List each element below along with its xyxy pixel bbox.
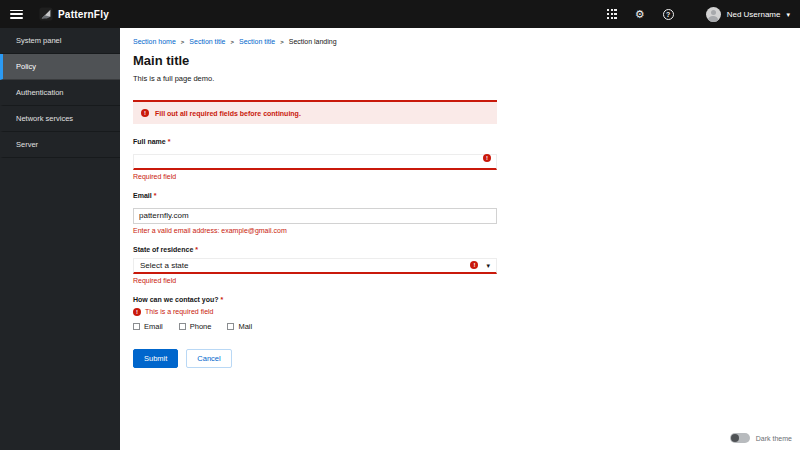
settings-gear-icon[interactable]: ⚙ [635,9,645,20]
checkbox-icon [179,323,186,330]
breadcrumb: Section home > Section title > Section t… [133,38,800,45]
avatar [706,7,721,22]
dark-theme-toggle-wrap: Dark theme [730,433,792,443]
contact-label: How can we contact you?* [133,296,497,303]
checkbox-icon [227,323,234,330]
sidebar-item-authentication[interactable]: Authentication [0,80,120,106]
state-error: Required field [133,277,497,284]
brand-logo[interactable]: PatternFly [39,7,109,21]
contact-options: Email Phone Mail [133,322,497,331]
checkbox-phone[interactable]: Phone [179,322,212,331]
chevron-down-icon: ▾ [786,11,790,18]
exclamation-circle-icon: ! [470,261,478,269]
exclamation-circle-icon: ! [483,154,491,162]
user-name: Ned Username [727,10,781,19]
sidebar-item-policy[interactable]: Policy [0,54,120,80]
alert-text: Fill out all required fields before cont… [155,110,301,117]
email-error: Enter a valid email address: example@gma… [133,227,497,234]
cancel-button[interactable]: Cancel [186,349,231,368]
breadcrumb-current: Section landing [289,38,337,45]
apps-grid-icon[interactable] [607,9,617,19]
state-label: State of residence* [133,246,497,253]
patternfly-arrow-icon [39,7,53,21]
sidebar-item-server[interactable]: Server [0,132,120,158]
full-name-input[interactable] [133,154,497,170]
breadcrumb-link-1[interactable]: Section title [189,38,225,45]
page-subtitle: This is a full page demo. [133,74,800,83]
angle-right-icon: > [181,39,185,45]
email-group: Email* Enter a valid email address: exam… [133,192,497,234]
checkbox-mail[interactable]: Mail [227,322,252,331]
exclamation-circle-icon: ! [141,109,149,117]
required-asterisk: * [221,296,224,303]
breadcrumb-link-2[interactable]: Section title [239,38,275,45]
state-select-value: Select a state [140,261,470,270]
user-menu[interactable]: Ned Username ▾ [692,7,790,22]
dark-theme-toggle[interactable] [730,433,750,443]
page-title: Main title [133,53,800,68]
chevron-down-icon: ▾ [486,262,490,269]
required-asterisk: * [168,138,171,145]
main-content: Section home > Section title > Section t… [120,28,800,450]
contact-group: How can we contact you?* ! This is a req… [133,296,497,331]
full-name-error: Required field [133,173,497,180]
state-select[interactable]: Select a state ! ▾ [133,258,497,274]
sidebar-item-network-services[interactable]: Network services [0,106,120,132]
checkbox-icon [133,323,140,330]
brand-name: PatternFly [58,9,109,20]
exclamation-circle-icon: ! [133,308,141,316]
form-actions: Submit Cancel [133,349,800,368]
required-asterisk: * [195,246,198,253]
contact-error: This is a required field [145,308,213,315]
full-name-group: Full name* ! Required field [133,138,497,180]
hamburger-menu-icon[interactable] [10,10,23,19]
masthead: PatternFly ⚙ ? Ned Username ▾ [0,0,800,28]
toggle-knob [731,434,739,442]
angle-right-icon: > [231,39,235,45]
email-label: Email* [133,192,497,199]
dark-theme-label: Dark theme [756,435,792,442]
sidebar-item-system-panel[interactable]: System panel [0,28,120,54]
help-icon[interactable]: ? [663,9,674,20]
contact-error-row: ! This is a required field [133,308,497,316]
full-name-label: Full name* [133,138,497,145]
angle-right-icon: > [280,39,284,45]
checkbox-email[interactable]: Email [133,322,163,331]
submit-button[interactable]: Submit [133,349,178,368]
email-input[interactable] [133,208,497,224]
required-asterisk: * [154,192,157,199]
breadcrumb-link-home[interactable]: Section home [133,38,176,45]
danger-alert: ! Fill out all required fields before co… [133,100,497,124]
state-group: State of residence* Select a state ! ▾ R… [133,246,497,284]
sidebar-nav: System panel Policy Authentication Netwo… [0,28,120,450]
